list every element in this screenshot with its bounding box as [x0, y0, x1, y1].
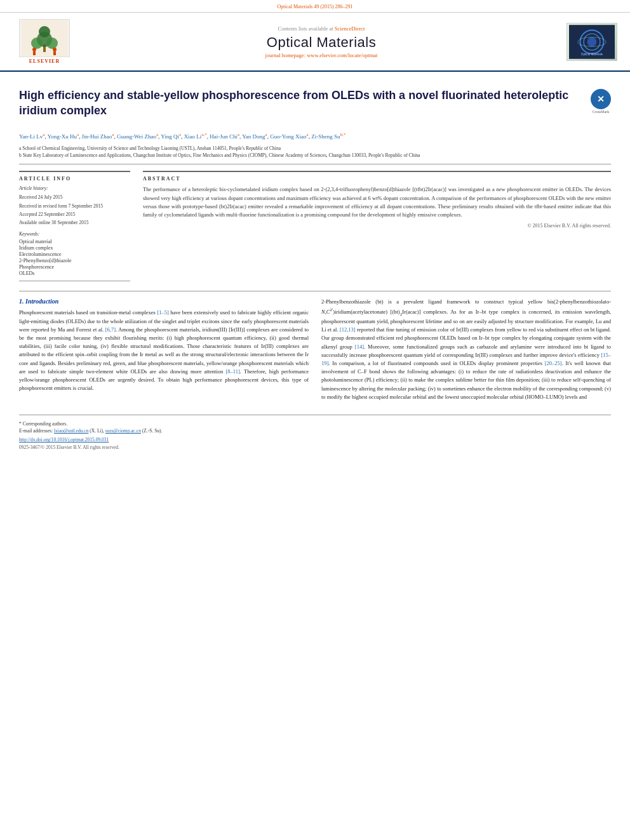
affil-a-6: a [238, 132, 239, 137]
contents-text: Contents lists available at [278, 25, 333, 32]
intro-heading: 1. Introduction [19, 298, 309, 305]
keywords-section: Keywords: Optical material Iridium compl… [19, 231, 130, 276]
author-jin-hui-zhao: Jin-Hui Zhao [82, 133, 112, 140]
journal-cover-right: Optical Materials [560, 23, 617, 61]
ref-6-7[interactable]: [6,7] [105, 326, 116, 333]
svg-point-5 [39, 26, 50, 37]
homepage-url: www.elsevier.com/locate/optmat [307, 52, 377, 58]
footer-right [321, 420, 611, 451]
author-yan-li-lv: Yan-Li Lv [19, 133, 43, 140]
article-content: ✕ CrossMark High efficiency and stable-y… [0, 72, 630, 460]
svg-point-8 [53, 48, 57, 51]
svg-point-13 [587, 37, 597, 46]
author-xiao-li: Xiao Li [184, 133, 202, 140]
intro-paragraph2: 2-Phenylbenzothiazole (bt) is a prevalen… [321, 298, 611, 401]
available-online-date: Available online 30 September 2015 [19, 219, 130, 226]
email-note: E-mail addresses: lxiao@ustl.edu.cn (X. … [19, 427, 309, 434]
abstract-copyright: © 2015 Elsevier B.V. All rights reserved… [143, 223, 611, 229]
svg-point-3 [31, 37, 43, 49]
abstract-heading: ABSTRACT [143, 176, 611, 182]
body-col-left: 1. Introduction Phosphorescent materials… [19, 298, 309, 404]
ref-8-11[interactable]: [8–11] [226, 368, 240, 375]
sciencedirect-link[interactable]: ScienceDirect [335, 25, 365, 32]
received-date: Received 24 July 2015 [19, 194, 130, 201]
corresponding-note: * Corresponding authors. [19, 420, 309, 427]
received-revised-date: Received in revised form 7 September 201… [19, 203, 130, 210]
doi-anchor[interactable]: http://dx.doi.org/10.1016/j.optmat.2015.… [19, 437, 109, 443]
email-label: E-mail addresses: [19, 428, 54, 434]
crossmark-icon: ✕ [591, 89, 611, 109]
ref-1-5[interactable]: [1–5] [157, 309, 168, 316]
keyword-4: 2-Phenylbenzo[d]thiazole [19, 258, 130, 263]
affil-a-star-1: a,* [201, 132, 206, 137]
author-hai-jun-chi: Hai-Jun Chi [210, 133, 238, 140]
article-info-box: ARTICLE INFO Article history: Received 2… [19, 171, 130, 281]
sciencedirect-name: ScienceDirect [335, 25, 365, 32]
footer-copyright: 0925-3467/© 2015 Elsevier B.V. All right… [19, 444, 309, 450]
info-abstract-section: ARTICLE INFO Article history: Received 2… [19, 171, 611, 281]
ref-12-13[interactable]: [12,13] [340, 326, 356, 333]
main-body: 1. Introduction Phosphorescent materials… [19, 291, 611, 404]
keyword-5: Phosphorescence [19, 264, 130, 270]
journal-header: ELSEVIER Contents lists available at Sci… [0, 13, 630, 72]
journal-header-center: Contents lists available at ScienceDirec… [83, 25, 560, 58]
body-col-right: 2-Phenylbenzothiazole (bt) is a prevalen… [321, 298, 611, 404]
svg-rect-9 [53, 51, 56, 55]
journal-citation-bar: Optical Materials 49 (2015) 286–291 [0, 0, 630, 13]
abstract-section: ABSTRACT The performance of a heterolept… [143, 171, 611, 229]
email-author-1: (X. Li), [90, 428, 105, 434]
abstract-column: ABSTRACT The performance of a heterolept… [143, 171, 611, 281]
ref-20-25[interactable]: [20–25] [545, 360, 562, 366]
article-title: High efficiency and stable-yellow phosph… [19, 88, 611, 124]
svg-text:Optical Materials: Optical Materials [581, 53, 603, 56]
svg-point-4 [46, 37, 58, 49]
affil-a-8: a [307, 132, 309, 137]
author-guo-yong-xiao: Guo-Yong Xiao [270, 133, 306, 140]
affil-a-4: a [156, 132, 158, 137]
affiliation-b: b State Key Laboratory of Luminescence a… [19, 152, 611, 159]
accepted-date: Accepted 22 September 2015 [19, 211, 130, 218]
author-yan-dong: Yan Dong [242, 133, 265, 140]
article-info-heading: ARTICLE INFO [19, 176, 130, 182]
history-label: Article history: [19, 185, 130, 191]
cover-image: Optical Materials [569, 23, 615, 60]
intro-paragraph1: Phosphorescent materials based on transi… [19, 309, 309, 392]
author-ying-qi: Ying Qi [161, 133, 179, 140]
svg-point-6 [32, 48, 36, 51]
page-footer: * Corresponding authors. E-mail addresse… [19, 415, 611, 451]
homepage-label: journal homepage: [265, 52, 306, 58]
author-yong-xu-hu: Yong-Xu Hu [48, 133, 77, 140]
affil-a-7: a [265, 132, 267, 137]
email-link-1[interactable]: lxiao@ustl.edu.cn [54, 428, 88, 434]
email-author-2: (Z.-S. Su). [142, 428, 163, 434]
ref-14[interactable]: [14] [355, 343, 364, 350]
optical-materials-cover: Optical Materials [566, 23, 617, 61]
keyword-6: OLEDs [19, 270, 130, 276]
elsevier-logo-left: ELSEVIER [6, 19, 83, 64]
footer-two-col: * Corresponding authors. E-mail addresse… [19, 420, 611, 451]
footer-left: * Corresponding authors. E-mail addresse… [19, 420, 309, 451]
svg-rect-7 [33, 51, 36, 55]
abstract-text: The performance of a heteroleptic bis-cy… [143, 185, 611, 219]
sciencedirect-line: Contents lists available at ScienceDirec… [83, 25, 560, 32]
affiliation-a: a School of Chemical Engineering, Univer… [19, 145, 611, 152]
email-link-2[interactable]: suzs@ciomp.ac.cn [105, 428, 141, 434]
crossmark-label: CrossMark [591, 110, 611, 114]
article-info-column: ARTICLE INFO Article history: Received 2… [19, 171, 130, 281]
journal-title: Optical Materials [83, 34, 560, 51]
keyword-1: Optical material [19, 239, 130, 244]
affil-a-2: a [77, 132, 79, 137]
keyword-3: Electroluminescence [19, 251, 130, 257]
affil-a-5: a [179, 132, 181, 137]
authors-line: Yan-Li Lva, Yong-Xu Hua, Jin-Hui Zhaoa, … [19, 131, 611, 141]
doi-link: http://dx.doi.org/10.1016/j.optmat.2015.… [19, 437, 309, 443]
keyword-2: Iridium complex [19, 245, 130, 251]
author-zi-sheng-su: Zi-Sheng Su [311, 133, 340, 140]
title-section: ✕ CrossMark High efficiency and stable-y… [19, 81, 611, 124]
page-wrapper: Optical Materials 49 (2015) 286–291 [0, 0, 630, 840]
tree-illustration [22, 20, 67, 56]
affil-a-3: a [112, 132, 114, 137]
ref-15-19[interactable]: [15–19] [321, 352, 611, 366]
affil-a-1: a [43, 132, 44, 137]
elsevier-tree-image [19, 19, 70, 57]
